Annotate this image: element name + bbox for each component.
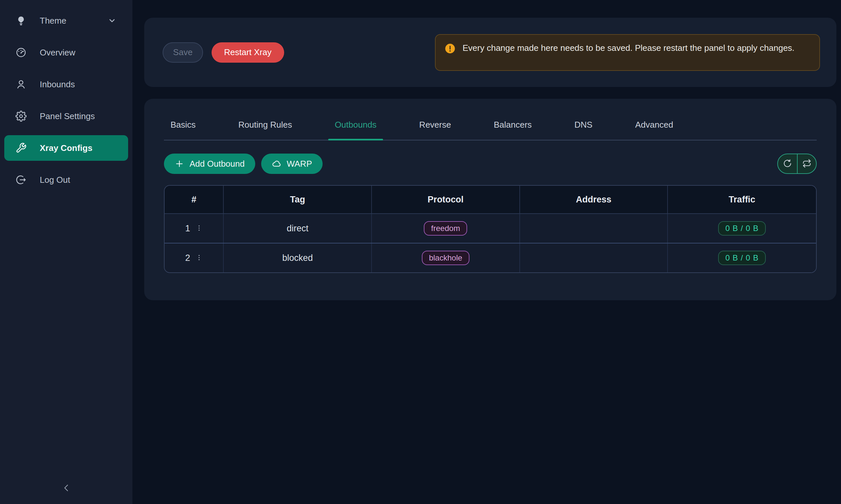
add-outbound-button[interactable]: Add Outbound [164, 154, 255, 174]
tab-dns[interactable]: DNS [568, 120, 599, 140]
sidebar-item-label: Inbounds [40, 79, 75, 90]
sidebar-item-theme[interactable]: Theme [4, 8, 128, 34]
sidebar-item-label: Panel Settings [40, 111, 95, 121]
restart-xray-button[interactable]: Restart Xray [211, 42, 284, 63]
tab-basics[interactable]: Basics [164, 120, 202, 140]
sidebar-item-label: Log Out [40, 175, 70, 185]
address-cell [520, 214, 668, 243]
tab-reverse[interactable]: Reverse [413, 120, 458, 140]
traffic-badge: 0 B / 0 B [718, 221, 766, 236]
sidebar-item-label: Theme [40, 16, 66, 26]
sidebar-nav: Theme Overview [0, 8, 132, 193]
kebab-icon [195, 224, 203, 233]
address-cell [520, 244, 668, 272]
tab-balancers[interactable]: Balancers [487, 120, 538, 140]
traffic-badge: 0 B / 0 B [718, 251, 766, 265]
gear-icon [15, 111, 27, 122]
sidebar-item-panel-settings[interactable]: Panel Settings [4, 103, 128, 129]
sidebar-item-label: Xray Configs [40, 143, 92, 153]
unsaved-changes-alert: Every change made here needs to be saved… [435, 34, 820, 71]
column-header-address: Address [520, 186, 668, 213]
row-menu-button[interactable] [195, 253, 203, 263]
sidebar-collapse-button[interactable] [58, 480, 74, 496]
tab-outbounds[interactable]: Outbounds [328, 120, 383, 140]
warning-icon [445, 43, 455, 54]
save-button[interactable]: Save [162, 42, 203, 63]
sidebar: Theme Overview [0, 0, 132, 504]
dashboard-icon [15, 47, 27, 58]
row-index-cell: 1 [185, 223, 203, 234]
user-icon [15, 79, 27, 90]
main-content: Save Restart Xray Every change made here… [132, 0, 841, 504]
refresh-button[interactable] [778, 154, 797, 173]
row-index-cell: 2 [185, 253, 203, 263]
column-header-protocol: Protocol [372, 186, 520, 213]
table-row: 1 direct freedom [165, 213, 816, 243]
sidebar-item-xray-configs[interactable]: Xray Configs [4, 135, 128, 161]
tab-routing-rules[interactable]: Routing Rules [232, 120, 298, 140]
config-tabs: Basics Routing Rules Outbounds Reverse B… [164, 99, 817, 141]
chevron-left-icon [62, 483, 71, 494]
plus-icon [174, 159, 184, 169]
logout-icon [15, 174, 27, 185]
protocol-badge: blackhole [422, 251, 469, 265]
column-header-index: # [165, 186, 224, 213]
protocol-badge: freedom [424, 221, 467, 236]
column-header-tag: Tag [224, 186, 372, 213]
toolbar-card: Save Restart Xray Every change made here… [144, 18, 836, 87]
auto-refresh-toggle-button[interactable] [797, 154, 816, 173]
repeat-icon [802, 159, 811, 169]
app-root: Theme Overview [0, 0, 841, 504]
outbounds-table: # Tag Protocol Address Traffic 1 [164, 185, 817, 273]
chevron-down-icon [108, 16, 116, 25]
column-header-traffic: Traffic [668, 186, 816, 213]
cloud-icon [272, 159, 281, 169]
table-refresh-group [777, 154, 817, 174]
bulb-icon [15, 15, 27, 26]
kebab-icon [195, 253, 203, 263]
sidebar-item-log-out[interactable]: Log Out [4, 167, 128, 193]
table-header-row: # Tag Protocol Address Traffic [165, 186, 816, 213]
table-row: 2 blocked blackhole [165, 243, 816, 272]
xray-config-card: Basics Routing Rules Outbounds Reverse B… [144, 99, 836, 300]
sidebar-item-inbounds[interactable]: Inbounds [4, 72, 128, 97]
sidebar-item-label: Overview [40, 48, 75, 58]
tab-advanced[interactable]: Advanced [629, 120, 680, 140]
row-menu-button[interactable] [195, 224, 203, 233]
sidebar-item-overview[interactable]: Overview [4, 40, 128, 65]
tag-cell: blocked [224, 244, 372, 272]
active-tab-underline [328, 139, 383, 141]
tag-cell: direct [224, 214, 372, 243]
wrench-icon [15, 142, 27, 154]
toolbar-buttons: Save Restart Xray [162, 42, 284, 63]
outbounds-actions-row: Add Outbound WARP [164, 154, 817, 174]
refresh-icon [783, 159, 792, 169]
alert-text: Every change made here needs to be saved… [463, 41, 794, 55]
warp-button[interactable]: WARP [261, 154, 323, 174]
